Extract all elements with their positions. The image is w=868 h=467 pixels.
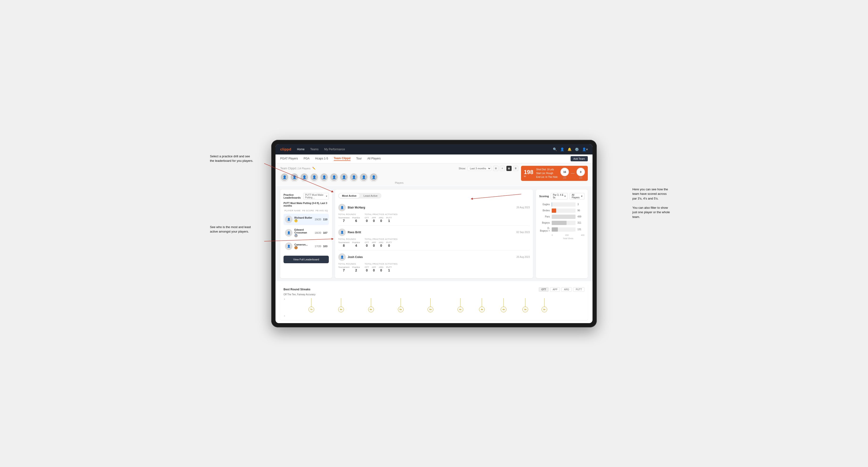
leaderboard-header: Practice Leaderboards PUTT Must Make Put… (283, 193, 329, 199)
bar-track-3 (552, 221, 576, 225)
chart-axis-label: Total Shots (539, 237, 585, 240)
streak-dot-circle-3: 5x (398, 307, 404, 312)
streak-dot-5: 4x (458, 307, 463, 312)
streak-filter-putt[interactable]: PUTT (573, 287, 585, 292)
player-date-2: 02 Sep 2023 (516, 231, 530, 234)
streak-dot-circle-0: 7x (309, 307, 314, 312)
bar-count-1: 96 (578, 209, 585, 212)
streaks-section: Best Round Streaks OTTAPPARGPUTT Off The… (280, 284, 588, 320)
sub-nav-hcaps[interactable]: Hcaps 1-5 (315, 157, 328, 161)
card-view-icon[interactable]: ▦ (506, 166, 512, 171)
streak-dot-0: 7x (309, 307, 314, 312)
profile-icon[interactable]: 👤▾ (582, 148, 588, 151)
streaks-filters: OTTAPPARGPUTT (539, 287, 585, 292)
streak-filter-arg[interactable]: ARG (561, 287, 572, 292)
player-avatar-8[interactable]: 👤 (349, 173, 358, 181)
tablet-screen: clippd Home Teams My Performance 🔍 👤 🔔 ⚙… (276, 144, 592, 323)
annotation-top-left: Select a practice drill and see the lead… (210, 154, 253, 163)
lb-avg-3: 103 (323, 245, 328, 248)
streak-dot-circle-1: 6x (338, 307, 344, 312)
table-view-icon[interactable]: ≣ (513, 166, 518, 171)
nav-my-performance[interactable]: My Performance (324, 148, 345, 151)
gold-badge: 🥇 (294, 219, 298, 222)
scoring-title: Scoring (539, 195, 549, 198)
player-date-1: 26 Aug 2023 (517, 206, 530, 209)
drill-select[interactable]: PUTT Must Make Putting ... ▾ (303, 193, 329, 199)
player-stats-1: Total Rounds Tournament 7 Practice 6 (338, 213, 530, 223)
streak-dot-circle-9: 3x (541, 307, 547, 312)
player-stats-3: Total Rounds Tournament 7 Practice 2 (338, 263, 530, 272)
player-card-3: 👤 Josh Coles 26 Aug 2023 Total Rounds To… (338, 250, 530, 275)
bar-row-bogeys: Bogeys 311 (539, 221, 585, 225)
activity-panel: Most Active Least Active 👤 Blair McHarg … (335, 190, 533, 278)
player-avatar-9[interactable]: 👤 (360, 173, 368, 181)
view-full-leaderboard-button[interactable]: View Full Leaderboard (283, 256, 329, 263)
scoring-filter-par[interactable]: Par 3, 4 & 5s ▾ (551, 193, 568, 199)
activity-header: Most Active Least Active (338, 193, 530, 198)
scoring-filter-players[interactable]: All Players ▾ (569, 193, 585, 199)
lb-row-1[interactable]: 👤 Richard Butler 🥇 19/20 110 (283, 214, 329, 225)
edit-icon[interactable]: ✏️ (312, 167, 316, 170)
practice-leaderboard-panel: Practice Leaderboards PUTT Must Make Put… (280, 190, 332, 278)
tab-least-active[interactable]: Least Active (360, 193, 381, 198)
bar-row-birdies: Birdies 96 (539, 209, 585, 213)
players-section: Team Clippd | 14 Players ✏️ Show: Last 3… (280, 166, 518, 184)
player-avatar-7[interactable]: 👤 (340, 173, 348, 181)
player-avatar-4[interactable]: 👤 (310, 173, 318, 181)
player-avatar-3[interactable]: 👤 (300, 173, 309, 181)
lb-score-1: 19/20 (315, 218, 321, 221)
bar-fill-1 (552, 209, 556, 213)
shot-details: Shot Dist: 16 yds Start Lie: Rough End L… (536, 168, 558, 179)
scoring-panel: Scoring Par 3, 4 & 5s ▾ All Players ▾ Ea… (536, 190, 588, 278)
lb-info-3: Cameron... 🥉 (294, 243, 313, 249)
player-date-3: 26 Aug 2023 (517, 256, 530, 258)
sub-nav-team-clippd[interactable]: Team Clippd (334, 157, 350, 161)
bar-row-eagles: Eagles 3 (539, 203, 585, 207)
sub-nav-all-players[interactable]: All Players (367, 157, 381, 161)
lb-info-2: Edward Crossman 🥈 (294, 228, 313, 237)
streak-filter-ott[interactable]: OTT (539, 287, 549, 292)
annotation-top-right: Here you can see how the team have score… (632, 187, 670, 219)
list-view-icon[interactable]: ≡ (500, 166, 505, 171)
streak-filter-app[interactable]: APP (550, 287, 560, 292)
activity-tabs: Most Active Least Active (338, 193, 381, 198)
streak-dot-8: 3x (522, 307, 528, 312)
show-period-select[interactable]: Last 3 months Last 6 months This year Al… (468, 166, 491, 171)
tab-most-active[interactable]: Most Active (339, 193, 360, 198)
add-team-button[interactable]: Add Team (570, 156, 588, 161)
sub-nav-pgat[interactable]: PGAT Players (280, 157, 298, 161)
nav-home[interactable]: Home (297, 148, 305, 151)
grid-view-icon[interactable]: ⊞ (493, 166, 498, 171)
bell-icon[interactable]: 🔔 (567, 148, 571, 151)
bar-fill-0 (552, 203, 552, 207)
player-card-1: 👤 Blair McHarg 26 Aug 2023 Total Rounds … (338, 201, 530, 226)
sub-nav-tour[interactable]: Tour (356, 157, 362, 161)
player-avatars: 👤 👤 👤 👤 👤 👤 👤 👤 👤 👤 (280, 173, 518, 181)
top-area: Team Clippd | 14 Players ✏️ Show: Last 3… (276, 163, 592, 187)
player-avatar-5[interactable]: 👤 (320, 173, 328, 181)
player-avatar-1[interactable]: 👤 (280, 173, 289, 181)
bar-label-3: Bogeys (539, 221, 550, 224)
silver-badge: 🥈 (294, 234, 298, 237)
lb-row-3[interactable]: 👤 Cameron... 🥉 17/20 103 (283, 241, 329, 252)
player-avatar-10[interactable]: 👤 (369, 173, 378, 181)
player-avatar-6[interactable]: 👤 (330, 173, 338, 181)
lb-row-2[interactable]: 👤 Edward Crossman 🥈 18/20 107 (283, 226, 329, 239)
settings-icon[interactable]: ⚙️ (575, 148, 579, 151)
bar-label-1: Birdies (539, 209, 550, 212)
streak-dot-3: 5x (398, 307, 404, 312)
shot-card-section: 198 sc Shot Dist: 16 yds Start Lie: Roug… (521, 166, 588, 184)
search-icon[interactable]: 🔍 (553, 148, 557, 151)
streak-dot-2: 6x (368, 307, 374, 312)
player-name-1: 👤 Blair McHarg (338, 204, 365, 211)
player-avatar-2[interactable]: 👤 (290, 173, 299, 181)
sub-nav-pga[interactable]: PGA (304, 157, 309, 161)
chart-axis: 0 200 400 (539, 234, 585, 236)
shot-circle-2: 0 (577, 168, 585, 176)
chevron-down-icon-players: ▾ (581, 195, 582, 197)
streak-dot-circle-4: 5x (428, 307, 433, 312)
bar-count-4: 131 (578, 228, 585, 231)
bar-fill-3 (552, 221, 566, 225)
person-icon[interactable]: 👤 (560, 148, 564, 151)
nav-teams[interactable]: Teams (310, 148, 318, 151)
